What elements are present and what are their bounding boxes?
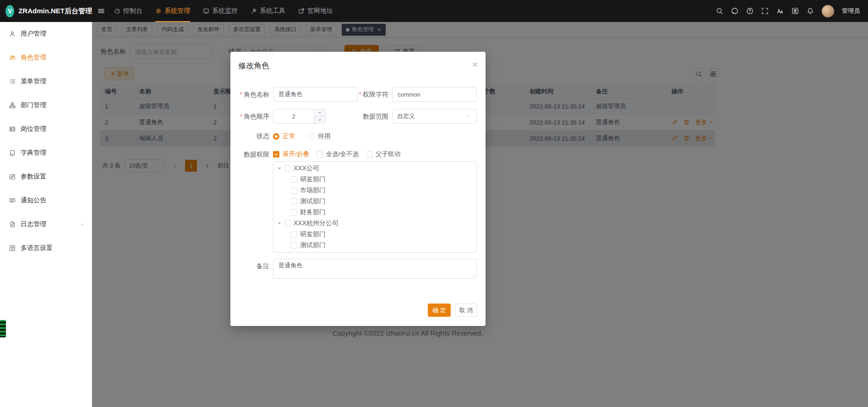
- book-icon: [9, 150, 16, 156]
- nav-item-2[interactable]: 系统监控: [203, 0, 238, 22]
- dashboard-icon: [114, 8, 120, 14]
- gear-icon: [155, 8, 162, 14]
- app-logo: V ZRAdmin.NET后台管理: [0, 5, 92, 17]
- bell-icon: [807, 7, 814, 15]
- sidebar-item-3[interactable]: 部门管理: [0, 93, 92, 117]
- status-field-label: 状态: [230, 129, 269, 143]
- status-radio-0[interactable]: 正常: [273, 132, 295, 141]
- bell-button[interactable]: [807, 7, 814, 15]
- role-order-field-label: *角色顺序: [230, 109, 269, 124]
- tree-node-child[interactable]: 财务部门: [273, 207, 476, 218]
- cancel-button[interactable]: 取 消: [455, 304, 477, 317]
- role-key-field-input[interactable]: [392, 87, 477, 102]
- tree-checkbox[interactable]: [291, 242, 297, 249]
- nav-item-0[interactable]: 控制台: [114, 0, 142, 22]
- tree-checkbox[interactable]: [284, 220, 291, 227]
- sidebar-item-6[interactable]: 参数设置: [0, 165, 92, 189]
- font-size-button[interactable]: [776, 7, 784, 15]
- remark-textarea[interactable]: 普通角色: [273, 259, 477, 279]
- data-scope-select[interactable]: 自定义: [392, 109, 477, 124]
- tree-node-child[interactable]: 研发部门: [273, 174, 476, 185]
- remark-field-label: 备注: [230, 259, 269, 273]
- user-icon: [9, 31, 16, 37]
- checkbox-icon: [273, 151, 279, 157]
- search-button[interactable]: [716, 7, 723, 15]
- avatar[interactable]: [822, 5, 834, 17]
- chevron-down-icon: [80, 222, 85, 227]
- tree-node-child[interactable]: 市场部门: [273, 185, 476, 196]
- sidebar-item-1[interactable]: 角色管理: [0, 46, 92, 70]
- decrease-button[interactable]: [314, 117, 325, 124]
- monitor-icon: [203, 8, 209, 14]
- tree-node-parent[interactable]: XXX杭州分公司: [273, 218, 476, 229]
- help-icon: [746, 7, 753, 15]
- sidebar-item-5[interactable]: 字典管理: [0, 141, 92, 165]
- perm-checkbox-0[interactable]: 展开/折叠: [273, 150, 309, 158]
- language-square-icon: [9, 245, 16, 251]
- perm-checkbox-1[interactable]: 全选/全不选: [317, 150, 359, 158]
- tree-node-child[interactable]: 研发部门: [273, 229, 476, 240]
- comment-icon: [9, 197, 16, 204]
- checkbox-icon: [366, 151, 372, 157]
- tree-node-child[interactable]: 测试部门: [273, 196, 476, 207]
- sitemap-icon: [9, 102, 16, 109]
- status-radio-1[interactable]: 停用: [308, 132, 331, 141]
- sidebar-item-7[interactable]: 通知公告: [0, 189, 92, 212]
- radio-circle: [273, 133, 279, 140]
- tree-checkbox[interactable]: [291, 198, 297, 205]
- caret-down-icon: [276, 165, 283, 172]
- close-icon[interactable]: [472, 61, 478, 68]
- edit-square-icon: [9, 174, 16, 180]
- fullscreen-button[interactable]: [761, 7, 769, 15]
- header-actions: 管理员: [716, 5, 868, 17]
- role-key-field-label: *权限字符: [349, 87, 388, 102]
- users-icon: [9, 54, 16, 61]
- help-button[interactable]: [746, 7, 753, 15]
- department-tree: XXX公司研发部门市场部门测试部门财务部门XXX杭州分公司研发部门测试部门: [273, 161, 477, 253]
- data-permission-options: 展开/折叠全选/全不选父子联动: [273, 150, 400, 159]
- external-link-icon: [298, 8, 305, 14]
- bottom-left-widget[interactable]: [0, 320, 6, 337]
- role-name-field-input[interactable]: [273, 87, 358, 102]
- chevron-up-icon: [317, 110, 322, 115]
- data-scope-field-label: 数据范围: [349, 109, 388, 124]
- tree-checkbox[interactable]: [291, 187, 297, 194]
- tree-node-parent[interactable]: XXX公司: [273, 163, 476, 174]
- username: 管理员: [842, 7, 860, 15]
- edit-role-dialog: 修改角色 *角色名称 *权限字符 *角色顺序 2 数据范围 自定义 状态 正常停…: [230, 52, 486, 326]
- stepper-buttons: [314, 109, 325, 123]
- resize-handle-icon[interactable]: [472, 274, 477, 279]
- perm-checkbox-2[interactable]: 父子联动: [366, 150, 400, 158]
- tree-checkbox[interactable]: [291, 209, 297, 216]
- top-nav: 控制台系统管理系统监控系统工具官网地址: [114, 0, 333, 22]
- checkbox-icon: [317, 151, 323, 157]
- sidebar-item-8[interactable]: 日志管理: [0, 212, 92, 236]
- confirm-button[interactable]: 确 定: [428, 304, 451, 317]
- list-icon: [9, 78, 16, 85]
- tree-checkbox[interactable]: [291, 176, 297, 183]
- font-size-icon: [776, 7, 784, 15]
- nav-item-3[interactable]: 系统工具: [251, 0, 285, 22]
- language-button[interactable]: [792, 7, 799, 15]
- tree-checkbox[interactable]: [291, 231, 297, 238]
- role-name-field-label: *角色名称: [230, 87, 269, 102]
- tools-icon: [251, 8, 257, 14]
- github-button[interactable]: [731, 7, 738, 15]
- app-title: ZRAdmin.NET后台管理: [18, 7, 92, 16]
- sidebar-item-2[interactable]: 菜单管理: [0, 70, 92, 93]
- chevron-down-icon: [317, 118, 322, 122]
- nav-item-1[interactable]: 系统管理: [155, 0, 190, 22]
- sidebar-item-4[interactable]: 岗位管理: [0, 117, 92, 141]
- data-permission-field-label: 数据权限: [230, 147, 269, 162]
- hamburger-icon[interactable]: [98, 7, 105, 15]
- language-icon: [792, 7, 799, 15]
- tree-node-child[interactable]: 测试部门: [273, 240, 476, 251]
- role-order-stepper[interactable]: 2: [273, 109, 326, 124]
- sidebar-item-9[interactable]: 多语言设置: [0, 236, 92, 260]
- radio-circle: [308, 133, 315, 140]
- increase-button[interactable]: [314, 109, 325, 117]
- nav-item-4[interactable]: 官网地址: [298, 0, 333, 22]
- sidebar-item-0[interactable]: 用户管理: [0, 22, 92, 46]
- caret-down-icon: [276, 220, 283, 227]
- tree-checkbox[interactable]: [284, 165, 291, 172]
